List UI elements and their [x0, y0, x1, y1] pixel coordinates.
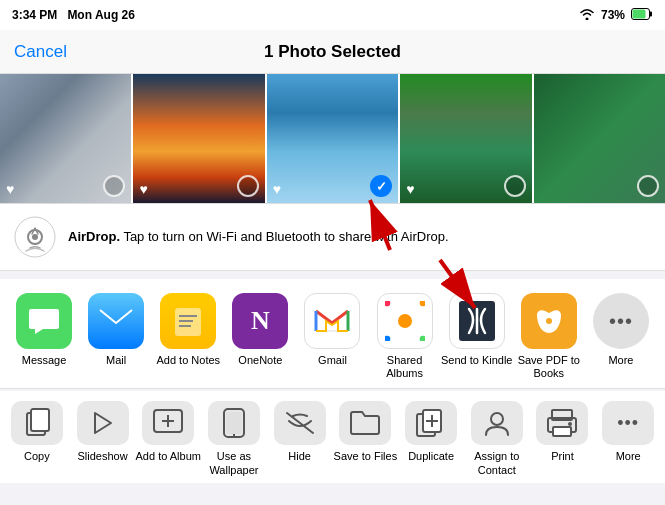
app-label-message: Message	[22, 354, 67, 367]
photo-strip: ♥ ♥ ♥ ♥	[0, 74, 665, 204]
action-icon-more: •••	[602, 401, 654, 445]
action-item-save-files[interactable]: Save to Files	[333, 401, 399, 463]
svg-point-12	[417, 301, 424, 308]
svg-point-4	[32, 234, 38, 240]
action-label-copy: Copy	[24, 450, 50, 463]
app-item-notes[interactable]: Add to Notes	[152, 293, 224, 367]
action-item-copy[interactable]: Copy	[4, 401, 70, 463]
action-item-slideshow[interactable]: Slideshow	[70, 401, 136, 463]
airdrop-icon	[14, 216, 56, 258]
action-icon-duplicate	[405, 401, 457, 445]
nav-title: 1 Photo Selected	[264, 42, 401, 62]
action-label-wallpaper: Use as Wallpaper	[201, 450, 267, 476]
photo-thumb-3[interactable]: ♥	[267, 74, 400, 203]
select-circle-4[interactable]	[504, 175, 526, 197]
action-item-duplicate[interactable]: Duplicate	[398, 401, 464, 463]
svg-rect-23	[31, 409, 49, 431]
photo-thumb-4[interactable]: ♥	[400, 74, 533, 203]
app-icon-notes	[160, 293, 216, 349]
action-icon-print	[536, 401, 588, 445]
status-bar: 3:34 PM Mon Aug 26 73%	[0, 0, 665, 30]
airdrop-description: AirDrop. Tap to turn on Wi-Fi and Blueto…	[68, 228, 449, 246]
status-time: 3:34 PM Mon Aug 26	[12, 8, 135, 22]
app-item-onenote[interactable]: N OneNote	[224, 293, 296, 367]
airdrop-row[interactable]: AirDrop. Tap to turn on Wi-Fi and Blueto…	[0, 204, 665, 271]
svg-point-10	[398, 314, 412, 328]
app-item-message[interactable]: Message	[8, 293, 80, 367]
cancel-button[interactable]: Cancel	[14, 42, 67, 62]
app-label-shared-albums: Shared Albums	[369, 354, 441, 380]
app-label-books: Save PDF to Books	[513, 354, 585, 380]
photo-thumb-1[interactable]: ♥	[0, 74, 133, 203]
svg-rect-37	[553, 427, 571, 436]
status-right: 73%	[579, 8, 653, 23]
action-label-slideshow: Slideshow	[77, 450, 127, 463]
heart-icon-3: ♥	[273, 181, 281, 197]
action-icon-slideshow	[77, 401, 129, 445]
action-icon-wallpaper	[208, 401, 260, 445]
nav-bar: Cancel 1 Photo Selected	[0, 30, 665, 74]
action-label-more-actions: More	[616, 450, 641, 463]
action-label-add-album: Add to Album	[136, 450, 201, 463]
action-label-save-files: Save to Files	[334, 450, 398, 463]
action-item-wallpaper[interactable]: Use as Wallpaper	[201, 401, 267, 476]
action-label-assign-contact: Assign to Contact	[464, 450, 530, 476]
svg-rect-1	[650, 11, 653, 16]
action-icon-copy	[11, 401, 63, 445]
app-label-more-apps: More	[608, 354, 633, 367]
actions-row: Copy Slideshow Add to Album Use as Wallp…	[0, 391, 665, 482]
app-item-mail[interactable]: Mail	[80, 293, 152, 367]
svg-point-34	[491, 413, 503, 425]
app-label-notes: Add to Notes	[156, 354, 220, 367]
action-icon-hide	[274, 401, 326, 445]
photo-thumb-2[interactable]: ♥	[133, 74, 266, 203]
select-circle-2[interactable]	[237, 175, 259, 197]
photo-thumb-5[interactable]	[534, 74, 665, 203]
svg-point-14	[417, 334, 424, 341]
apps-row: Message Mail Add to Notes N OneNote	[0, 279, 665, 389]
heart-icon-4: ♥	[406, 181, 414, 197]
app-label-mail: Mail	[106, 354, 126, 367]
action-icon-save-files	[339, 401, 391, 445]
app-icon-mail	[88, 293, 144, 349]
app-icon-kindle	[449, 293, 505, 349]
app-icon-shared-albums	[377, 293, 433, 349]
svg-point-16	[385, 334, 392, 341]
app-label-onenote: OneNote	[238, 354, 282, 367]
action-item-assign-contact[interactable]: Assign to Contact	[464, 401, 530, 476]
action-item-more[interactable]: ••• More	[595, 401, 661, 463]
svg-point-21	[546, 318, 552, 324]
app-icon-onenote: N	[232, 293, 288, 349]
action-item-add-album[interactable]: Add to Album	[135, 401, 201, 463]
app-icon-books	[521, 293, 577, 349]
svg-point-18	[385, 301, 392, 308]
action-icon-assign-contact	[471, 401, 523, 445]
select-circle-5[interactable]	[637, 175, 659, 197]
app-item-gmail[interactable]: Gmail	[296, 293, 368, 367]
wifi-icon	[579, 8, 595, 23]
svg-rect-28	[226, 412, 242, 434]
svg-rect-2	[633, 9, 646, 18]
app-label-gmail: Gmail	[318, 354, 347, 367]
battery-icon	[631, 8, 653, 23]
app-label-kindle: Send to Kindle	[441, 354, 513, 367]
app-icon-gmail	[304, 293, 360, 349]
action-label-hide: Hide	[288, 450, 311, 463]
app-icon-more: •••	[593, 293, 649, 349]
action-item-print[interactable]: Print	[530, 401, 596, 463]
svg-point-38	[568, 422, 572, 426]
share-sheet: AirDrop. Tap to turn on Wi-Fi and Blueto…	[0, 204, 665, 483]
battery-text: 73%	[601, 8, 625, 22]
heart-icon-1: ♥	[6, 181, 14, 197]
action-label-print: Print	[551, 450, 574, 463]
app-item-books[interactable]: Save PDF to Books	[513, 293, 585, 380]
app-item-more[interactable]: ••• More	[585, 293, 657, 367]
action-icon-add-album	[142, 401, 194, 445]
action-item-hide[interactable]: Hide	[267, 401, 333, 463]
app-item-shared-albums[interactable]: Shared Albums	[369, 293, 441, 380]
app-item-kindle[interactable]: Send to Kindle	[441, 293, 513, 367]
app-icon-message	[16, 293, 72, 349]
heart-icon-2: ♥	[139, 181, 147, 197]
action-label-duplicate: Duplicate	[408, 450, 454, 463]
